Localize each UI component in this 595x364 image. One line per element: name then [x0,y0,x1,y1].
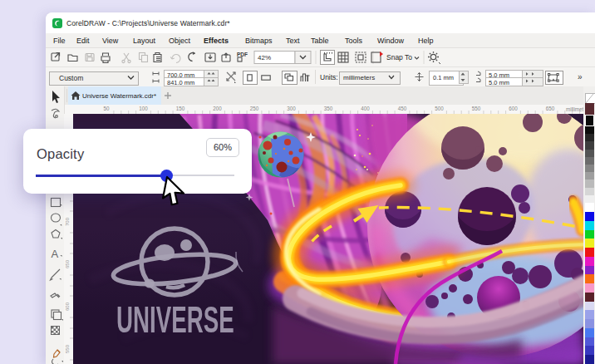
svg-text:550: 550 [472,106,481,111]
svg-text:600: 600 [509,106,518,111]
svg-text:42%: 42% [258,54,271,61]
svg-text:A: A [52,248,59,260]
svg-text:300: 300 [287,106,296,111]
svg-text:200: 200 [213,106,222,111]
svg-text:550: 550 [65,344,70,353]
svg-text:450: 450 [398,106,407,111]
svg-text:PDF: PDF [237,52,248,57]
svg-text:650: 650 [65,259,70,268]
svg-text:500: 500 [435,106,444,111]
svg-text:250: 250 [250,106,259,111]
svg-text:600: 600 [65,302,70,311]
svg-text:100: 100 [139,106,148,111]
svg-text:350: 350 [324,106,333,111]
svg-text:Snap To: Snap To [386,53,412,61]
svg-text:150: 150 [176,106,185,111]
svg-text:50: 50 [103,106,110,111]
svg-text:700: 700 [65,217,70,226]
svg-text:400: 400 [361,106,370,111]
svg-text:650: 650 [546,106,555,111]
svg-text:UNIVERSE: UNIVERSE [116,300,234,341]
